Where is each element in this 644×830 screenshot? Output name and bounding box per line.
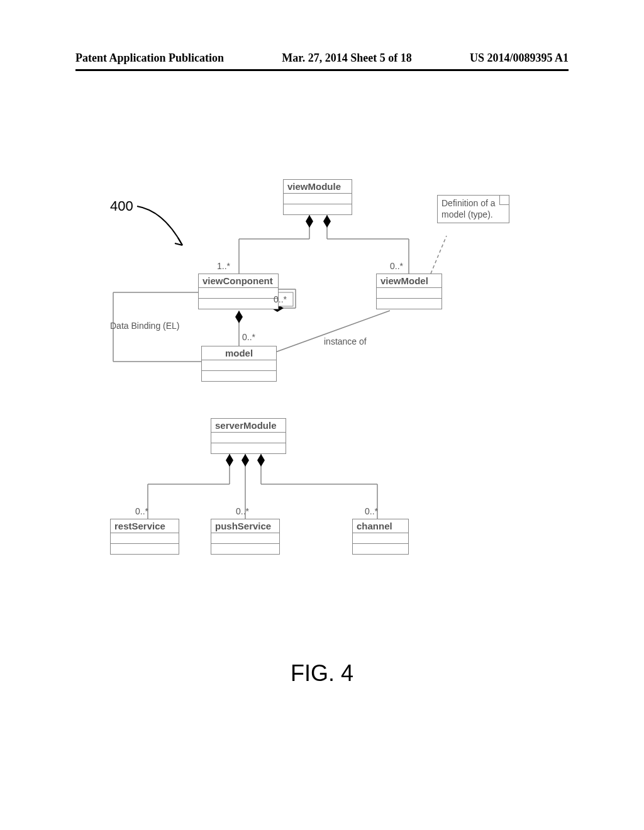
uml-class-restservice: restService xyxy=(110,519,179,555)
uml-class-title: serverModule xyxy=(211,419,286,433)
multiplicity-label: 0..* xyxy=(365,506,378,516)
multiplicity-label: 1..* xyxy=(217,261,230,271)
uml-class-title: viewModel xyxy=(377,274,441,288)
multiplicity-label: 0..* xyxy=(274,294,287,304)
multiplicity-label: 0..* xyxy=(135,506,148,516)
header-right: US 2014/0089395 A1 xyxy=(470,52,569,65)
patent-header: Patent Application Publication Mar. 27, … xyxy=(0,52,644,69)
uml-class-title: viewConponent xyxy=(199,274,278,288)
uml-class-viewmodule: viewModule xyxy=(283,179,352,215)
note-text: Definition of a model (type). xyxy=(441,198,496,219)
uml-class-viewcomponent: viewConponent xyxy=(198,274,279,309)
uml-class-pushservice: pushService xyxy=(211,519,280,555)
svg-marker-29 xyxy=(257,454,265,467)
uml-class-servermodule: serverModule xyxy=(211,418,286,454)
connector-lines xyxy=(75,163,569,641)
svg-marker-3 xyxy=(306,215,313,228)
svg-line-19 xyxy=(431,236,447,274)
multiplicity-label: 0..* xyxy=(242,332,255,342)
svg-marker-23 xyxy=(226,454,233,467)
multiplicity-label: 0..* xyxy=(236,506,249,516)
instance-of-label: instance of xyxy=(324,336,367,346)
svg-marker-25 xyxy=(242,454,249,467)
header-left: Patent Application Publication xyxy=(75,52,224,65)
svg-marker-14 xyxy=(235,311,243,323)
uml-class-title: restService xyxy=(111,519,179,533)
uml-class-viewmodel: viewModel xyxy=(376,274,442,309)
uml-note: Definition of a model (type). xyxy=(437,195,509,223)
figure-caption: FIG. 4 xyxy=(0,660,644,687)
uml-class-model: model xyxy=(201,346,277,382)
header-center: Mar. 27, 2014 Sheet 5 of 18 xyxy=(282,52,411,65)
reference-number: 400 xyxy=(110,198,133,214)
multiplicity-label: 0..* xyxy=(390,261,403,271)
data-binding-label: Data Binding (EL) xyxy=(110,321,180,331)
diagram-canvas: 400 xyxy=(75,163,569,641)
svg-marker-7 xyxy=(323,215,331,228)
uml-class-title: pushService xyxy=(211,519,279,533)
uml-class-channel: channel xyxy=(352,519,409,555)
uml-class-title: viewModule xyxy=(284,180,352,194)
uml-class-title: channel xyxy=(353,519,408,533)
uml-class-title: model xyxy=(202,346,276,360)
header-rule xyxy=(75,69,569,71)
